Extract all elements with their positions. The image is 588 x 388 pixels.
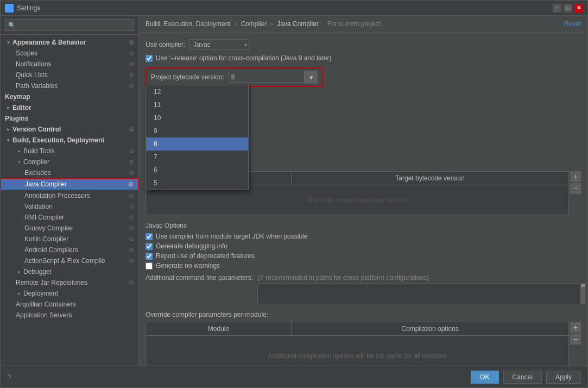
sidebar-item-appearance-behavior[interactable]: ▾ Appearance & Behavior ⚙ bbox=[1, 37, 138, 48]
breadcrumb-sep2: › bbox=[271, 20, 273, 28]
cmd-params-right: ('/' recommended in paths for cross-plat… bbox=[257, 274, 581, 304]
version-item-7[interactable]: 7 bbox=[146, 151, 248, 164]
sidebar-item-plugins[interactable]: Plugins bbox=[1, 113, 138, 124]
sidebar-item-debugger[interactable]: ▸ Debugger bbox=[1, 266, 138, 277]
apply-button[interactable]: Apply bbox=[546, 371, 581, 384]
bytecode-input-group: ▾ bbox=[229, 71, 318, 84]
sidebar-item-excludes[interactable]: Excludes ⚙ bbox=[1, 167, 138, 178]
option1-checkbox[interactable] bbox=[146, 233, 153, 240]
sidebar-item-arquillian-containers[interactable]: Arquillian Containers bbox=[1, 299, 138, 310]
bytecode-row: Project bytecode version: ▾ bbox=[146, 67, 323, 87]
sidebar-item-path-variables[interactable]: Path Variables ⚙ bbox=[1, 80, 138, 91]
sidebar-label: Excludes bbox=[5, 169, 51, 177]
sidebar-item-quick-lists[interactable]: Quick Lists ⚙ bbox=[1, 70, 138, 80]
sidebar: 🔍 ▾ Appearance & Behavior ⚙ Scopes ⚙ Not… bbox=[1, 16, 139, 366]
bytecode-dropdown: 12 11 10 9 8 7 6 5 bbox=[146, 85, 249, 190]
option1-label: Use compiler from module target JDK when… bbox=[156, 233, 307, 240]
settings-icon: ⚙ bbox=[129, 279, 134, 286]
sidebar-item-actionscript-flex[interactable]: ActionScript & Flex Compile ⚙ bbox=[1, 255, 138, 266]
sidebar-item-keymap[interactable]: Keymap bbox=[1, 91, 138, 102]
minimize-btn[interactable]: ─ bbox=[553, 4, 561, 12]
sidebar-label: Kotlin Compiler bbox=[5, 235, 68, 243]
settings-icon: ⚙ bbox=[128, 181, 134, 188]
breadcrumb-part3: Java Compiler bbox=[277, 20, 319, 28]
sidebar-item-java-compiler[interactable]: Java Compiler ⚙ bbox=[1, 178, 138, 190]
use-compiler-row: Use compiler: Javac ▾ bbox=[146, 39, 581, 50]
sidebar-item-rmi-compiler[interactable]: RMI Compiler ⚙ bbox=[1, 212, 138, 223]
sidebar-label: Scopes bbox=[5, 49, 37, 57]
col-target: Target bytecode version bbox=[292, 172, 568, 185]
sidebar-label: Appearance & Behavior bbox=[12, 39, 86, 46]
sidebar-item-build-tools[interactable]: ▸ Build Tools ⚙ bbox=[1, 146, 138, 157]
version-item-6[interactable]: 6 bbox=[146, 164, 248, 177]
version-item-9[interactable]: 9 bbox=[146, 124, 248, 137]
sidebar-label: RMI Compiler bbox=[5, 214, 64, 221]
sidebar-item-groovy-compiler[interactable]: Groovy Compiler ⚙ bbox=[1, 223, 138, 234]
sidebar-item-validation[interactable]: Validation ⚙ bbox=[1, 201, 138, 212]
ok-button[interactable]: OK bbox=[471, 371, 498, 384]
title-bar: Settings ─ □ ✕ bbox=[1, 1, 587, 16]
for-project-label: For current project bbox=[327, 20, 381, 28]
cancel-button[interactable]: Cancel bbox=[503, 371, 542, 384]
option2-row: Generate debugging info bbox=[146, 242, 581, 250]
reset-button[interactable]: Reset bbox=[564, 20, 581, 28]
footer: ? OK Cancel Apply bbox=[1, 366, 587, 387]
option3-checkbox[interactable] bbox=[146, 253, 153, 260]
sidebar-label: Arquillian Containers bbox=[5, 301, 76, 308]
search-input[interactable] bbox=[5, 19, 134, 31]
sidebar-item-compiler[interactable]: ▾ Compiler ⚙ bbox=[1, 157, 138, 167]
remove-module-btn[interactable]: − bbox=[570, 183, 581, 194]
cross-compile-checkbox[interactable] bbox=[146, 55, 153, 62]
expand-arrow: ▸ bbox=[5, 126, 11, 133]
breadcrumb-part2: Compiler bbox=[241, 20, 267, 28]
sidebar-item-editor[interactable]: ▸ Editor bbox=[1, 102, 138, 113]
add-override-btn[interactable]: + bbox=[570, 322, 581, 333]
settings-icon: ⚙ bbox=[129, 148, 134, 155]
cmd-params-textarea[interactable] bbox=[257, 284, 581, 304]
settings-window: Settings ─ □ ✕ 🔍 ▾ Appearance & Behavior… bbox=[0, 0, 588, 388]
add-module-btn[interactable]: + bbox=[570, 171, 581, 182]
settings-icon: ⚙ bbox=[129, 83, 134, 90]
version-item-10[interactable]: 10 bbox=[146, 111, 248, 124]
main-body: Use compiler: Javac ▾ Use '--release' op… bbox=[139, 33, 587, 366]
remove-override-btn[interactable]: − bbox=[570, 334, 581, 345]
bytecode-input[interactable] bbox=[229, 72, 305, 83]
cmd-params-section: Additional command line parameters: ('/'… bbox=[146, 274, 581, 304]
option4-checkbox[interactable] bbox=[146, 262, 153, 270]
version-item-11[interactable]: 11 bbox=[146, 98, 248, 111]
search-wrapper: 🔍 bbox=[5, 19, 134, 31]
sidebar-item-remote-jar-repositories[interactable]: Remote Jar Repositories ⚙ bbox=[1, 277, 138, 288]
app-icon bbox=[5, 4, 14, 12]
sidebar-item-deployment[interactable]: ▸ Deployment bbox=[1, 288, 138, 299]
sidebar-item-annotation-processors[interactable]: Annotation Processors ⚙ bbox=[1, 190, 138, 201]
sidebar-label: Debugger bbox=[23, 268, 52, 276]
sidebar-item-build-execution-deployment[interactable]: ▾ Build, Execution, Deployment bbox=[1, 135, 138, 146]
sidebar-item-android-compilers[interactable]: Android Compilers ⚙ bbox=[1, 245, 138, 255]
sidebar-item-version-control[interactable]: ▸ Version Control ⚙ bbox=[1, 124, 138, 135]
close-btn[interactable]: ✕ bbox=[574, 4, 583, 12]
override-col-module: Module bbox=[146, 322, 292, 335]
sidebar-item-notifications[interactable]: Notifications ⚙ bbox=[1, 59, 138, 70]
settings-icon: ⚙ bbox=[129, 225, 134, 232]
sidebar-item-application-servers[interactable]: Application Servers bbox=[1, 310, 138, 321]
sidebar-item-scopes[interactable]: Scopes ⚙ bbox=[1, 48, 138, 59]
compiler-select[interactable]: Javac bbox=[189, 39, 249, 50]
bytecode-dropdown-btn[interactable]: ▾ bbox=[305, 71, 318, 84]
version-item-12[interactable]: 12 bbox=[146, 85, 248, 98]
sidebar-label: ActionScript & Flex Compile bbox=[5, 257, 105, 265]
sidebar-item-kotlin-compiler[interactable]: Kotlin Compiler ⚙ bbox=[1, 234, 138, 245]
help-icon[interactable]: ? bbox=[7, 373, 11, 381]
settings-icon: ⚙ bbox=[129, 203, 134, 210]
sidebar-label: Editor bbox=[12, 104, 31, 111]
title-controls: ─ □ ✕ bbox=[553, 4, 583, 12]
settings-icon: ⚙ bbox=[129, 61, 134, 68]
settings-icon: ⚙ bbox=[129, 50, 134, 57]
override-table: Module Compilation options Additional co… bbox=[146, 322, 569, 366]
override-table-wrapper: Module Compilation options Additional co… bbox=[146, 322, 581, 366]
sidebar-label: Version Control bbox=[12, 126, 61, 133]
version-item-5[interactable]: 5 bbox=[146, 177, 248, 190]
maximize-btn[interactable]: □ bbox=[564, 4, 572, 12]
sidebar-label: Compiler bbox=[23, 158, 49, 166]
option2-checkbox[interactable] bbox=[146, 243, 153, 250]
version-item-8[interactable]: 8 bbox=[146, 137, 248, 151]
